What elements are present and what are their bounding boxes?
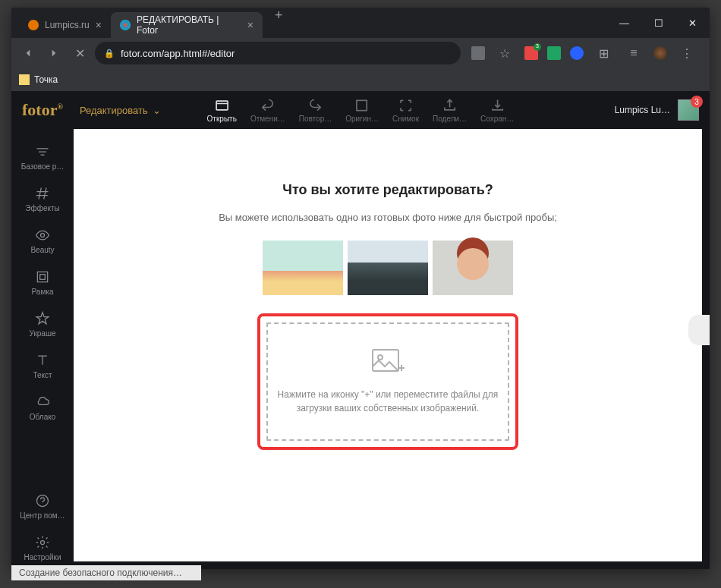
profile-avatar[interactable] [653,46,667,60]
extension-icon[interactable]: 3 [524,46,538,60]
svg-rect-1 [357,100,367,110]
avatar[interactable]: 3 [678,99,699,121]
folder-icon [19,74,30,85]
image-plus-icon [371,348,405,379]
sidebar-item-decorate[interactable]: Украше [11,303,74,345]
extension-icon[interactable]: ⊞ [593,42,614,64]
sidebar-item-basic[interactable]: Базовое р… [11,137,74,178]
new-tab-button[interactable]: + [269,8,289,38]
app-header: fotor® Редактировать ⌄ Открыть Отмени… П… [11,91,710,129]
sidebar-item-cloud[interactable]: Облако [11,387,74,429]
sidebar-item-frame[interactable]: Рамка [11,262,74,303]
save-button[interactable]: Сохран… [480,98,514,123]
sample-image[interactable] [263,241,343,295]
sidebar: Базовое р… Эффекты Beauty Рамка Украше Т… [11,129,74,569]
open-button[interactable]: Открыть [207,98,237,123]
star-icon[interactable]: ☆ [494,42,515,64]
menu-icon[interactable]: ⋮ [676,42,697,64]
reading-list-icon[interactable]: ≡ [623,42,644,64]
minimize-button[interactable]: — [607,8,641,38]
page-subtext: Вы можете использовать одно из готовых ф… [219,210,557,225]
tab-fotor[interactable]: РЕДАКТИРОВАТЬ | Fotor × [111,12,263,38]
favicon-icon [120,20,131,30]
maximize-button[interactable]: ☐ [641,8,675,38]
chevron-down-icon: ⌄ [153,105,161,116]
favicon-icon [28,20,39,30]
notification-badge: 3 [691,96,703,108]
svg-rect-0 [216,101,228,110]
svg-point-8 [378,355,383,360]
tab-label: РЕДАКТИРОВАТЬ | Fotor [137,14,241,36]
sidebar-item-effects[interactable]: Эффекты [11,178,74,220]
upload-dropzone-highlight: Нажмите на иконку "+" или переместите фа… [257,313,518,450]
address-bar[interactable]: 🔒 fotor.com/app.html#/editor [95,42,461,64]
forward-button[interactable] [43,42,65,64]
extension-icon[interactable] [570,46,584,60]
lock-icon: 🔒 [104,49,115,58]
original-button[interactable]: Оригин… [345,98,379,123]
stop-button[interactable]: ✕ [69,42,90,64]
mode-dropdown[interactable]: Редактировать ⌄ [80,105,161,116]
sidebar-item-text[interactable]: Текст [11,345,74,387]
sample-image[interactable] [348,241,428,295]
svg-rect-4 [40,275,46,280]
share-button[interactable]: Подели… [433,98,467,123]
url-text: fotor.com/app.html#/editor [121,48,235,59]
svg-rect-3 [37,272,47,281]
page-heading: Что вы хотите редактировать? [282,182,493,198]
upload-dropzone[interactable]: Нажмите на иконку "+" или переместите фа… [266,322,509,441]
redo-button[interactable]: Повтор… [299,98,332,123]
side-panel-toggle[interactable] [688,315,710,345]
upload-instruction: Нажмите на иконку "+" или переместите фа… [275,388,500,415]
tab-lumpics[interactable]: Lumpics.ru × [19,12,111,38]
username[interactable]: Lumpics Lu… [615,105,670,115]
sample-image[interactable] [433,241,513,295]
canvas: Что вы хотите редактировать? Вы можете и… [74,129,702,561]
status-bar: Создание безопасного подключения… [11,565,201,580]
back-button[interactable] [17,42,39,64]
titlebar: Lumpics.ru × РЕДАКТИРОВАТЬ | Fotor × + —… [11,8,710,38]
bookmark-item[interactable]: Точка [34,74,58,85]
tab-label: Lumpics.ru [45,20,90,30]
svg-point-2 [41,234,45,237]
close-icon[interactable]: × [96,19,102,31]
nav-bar: ✕ 🔒 fotor.com/app.html#/editor ☆ 3 ⊞ ≡ ⋮ [11,38,710,68]
sidebar-item-help[interactable]: Центр пом… [11,486,74,527]
logo[interactable]: fotor® [22,100,63,120]
snapshot-button[interactable]: Снимок [392,98,419,123]
undo-button[interactable]: Отмени… [250,98,285,123]
bookmarks-bar: Точка [11,68,710,91]
svg-point-6 [41,541,45,545]
translate-icon[interactable] [471,46,485,60]
sidebar-item-settings[interactable]: Настройки [11,527,74,569]
close-window-button[interactable]: ✕ [675,8,710,38]
extension-icon[interactable] [547,46,561,60]
close-icon[interactable]: × [247,19,253,31]
sidebar-item-beauty[interactable]: Beauty [11,220,74,262]
svg-point-5 [37,495,49,507]
